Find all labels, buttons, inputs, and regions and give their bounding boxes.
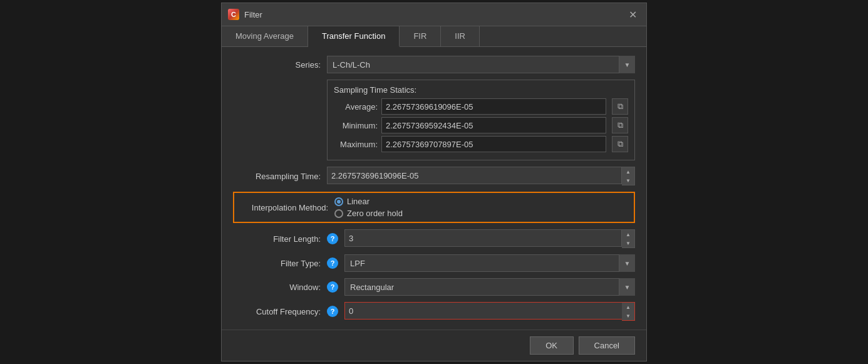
tab-iir[interactable]: IIR — [441, 26, 480, 46]
filter-length-row: Filter Length: ? ▲ ▼ — [233, 229, 635, 248]
window-select-wrap: Rectangular ▼ — [344, 278, 635, 296]
dialog-content: Series: L-Ch/L-Ch ▼ Sampling Time Static… — [222, 47, 646, 330]
interpolation-zero-order-row[interactable]: Zero order hold — [334, 209, 403, 218]
minimum-value[interactable] — [381, 117, 606, 133]
dialog-footer: OK Cancel — [222, 330, 646, 361]
app-icon: C — [228, 9, 239, 20]
resampling-input-wrap: ▲ ▼ — [327, 167, 635, 185]
maximum-copy-button[interactable]: ⧉ — [612, 136, 628, 152]
filter-type-label: Filter Type: — [233, 259, 321, 268]
interpolation-section: Interpolation Method: Linear Zero order … — [233, 192, 635, 223]
cutoff-frequency-spinner-down[interactable]: ▼ — [622, 311, 634, 320]
tab-transfer-function[interactable]: Transfer Function — [308, 26, 400, 47]
resampling-spinner: ▲ ▼ — [622, 167, 635, 185]
series-select[interactable]: L-Ch/L-Ch — [327, 56, 635, 73]
resampling-spinner-down[interactable]: ▼ — [622, 176, 634, 185]
minimum-value-wrap — [381, 117, 606, 133]
average-value[interactable] — [381, 98, 606, 115]
filter-type-help-icon[interactable]: ? — [327, 257, 338, 269]
cancel-button[interactable]: Cancel — [579, 336, 635, 355]
resampling-row: Resampling Time: ▲ ▼ — [233, 167, 635, 185]
sampling-maximum-row: Maximum: ⧉ — [334, 136, 628, 152]
interpolation-linear-radio[interactable] — [334, 197, 343, 206]
filter-length-label: Filter Length: — [233, 234, 321, 244]
cutoff-frequency-row: Cutoff Frequency: ? ▲ ▼ — [233, 302, 635, 321]
filter-type-row: Filter Type: ? LPF ▼ — [233, 254, 635, 272]
cutoff-frequency-input[interactable] — [344, 302, 622, 320]
tab-moving-average[interactable]: Moving Average — [222, 26, 308, 46]
series-label: Series: — [233, 60, 321, 70]
sampling-minimum-row: Minimum: ⧉ — [334, 117, 628, 133]
interpolation-radio-group: Linear Zero order hold — [334, 197, 403, 218]
filter-length-spinner-up[interactable]: ▲ — [622, 230, 634, 239]
minimum-label: Minimum: — [334, 121, 378, 130]
window-select[interactable]: Rectangular — [344, 278, 635, 296]
average-value-wrap — [381, 98, 606, 115]
interpolation-zero-order-radio[interactable] — [334, 209, 343, 218]
resampling-label: Resampling Time: — [233, 172, 321, 181]
filter-length-help-icon[interactable]: ? — [327, 233, 338, 244]
series-row: Series: L-Ch/L-Ch ▼ — [233, 56, 635, 73]
filter-length-input[interactable] — [344, 229, 622, 247]
dialog-title: Filter — [244, 10, 620, 19]
interpolation-linear-row[interactable]: Linear — [334, 197, 403, 206]
average-label: Average: — [334, 102, 378, 112]
sampling-average-row: Average: ⧉ — [334, 98, 628, 115]
close-button[interactable]: ✕ — [625, 7, 640, 22]
window-help-icon[interactable]: ? — [327, 281, 338, 293]
resampling-spinner-up[interactable]: ▲ — [622, 167, 634, 176]
cutoff-frequency-help-icon[interactable]: ? — [327, 306, 338, 317]
window-row: Window: ? Rectangular ▼ — [233, 278, 635, 296]
filter-type-select[interactable]: LPF — [344, 254, 635, 272]
title-bar: C Filter ✕ — [222, 3, 646, 26]
cutoff-frequency-spinner: ▲ ▼ — [622, 302, 635, 321]
maximum-value-wrap — [381, 136, 606, 152]
resampling-input[interactable] — [327, 167, 622, 184]
filter-length-input-wrap: ▲ ▼ — [344, 229, 635, 248]
tab-fir[interactable]: FIR — [400, 26, 441, 46]
interpolation-label: Interpolation Method: — [240, 203, 328, 212]
maximum-value[interactable] — [381, 136, 606, 152]
filter-length-spinner-down[interactable]: ▼ — [622, 239, 634, 247]
cutoff-frequency-input-wrap: ▲ ▼ — [344, 302, 635, 321]
interpolation-linear-label: Linear — [347, 197, 369, 206]
minimum-copy-button[interactable]: ⧉ — [612, 117, 628, 133]
window-label: Window: — [233, 283, 321, 292]
ok-button[interactable]: OK — [530, 336, 574, 355]
interpolation-zero-order-label: Zero order hold — [347, 209, 403, 218]
sampling-section: Sampling Time Statics: Average: ⧉ Minimu… — [327, 80, 635, 160]
filter-dialog: C Filter ✕ Moving Average Transfer Funct… — [221, 3, 647, 361]
tab-bar: Moving Average Transfer Function FIR IIR — [222, 26, 646, 47]
filter-length-spinner: ▲ ▼ — [622, 229, 635, 248]
series-select-wrap: L-Ch/L-Ch ▼ — [327, 56, 635, 73]
maximum-label: Maximum: — [334, 140, 378, 149]
sampling-title: Sampling Time Statics: — [334, 85, 628, 95]
filter-type-select-wrap: LPF ▼ — [344, 254, 635, 272]
cutoff-frequency-spinner-up[interactable]: ▲ — [622, 303, 634, 311]
average-copy-button[interactable]: ⧉ — [612, 98, 628, 115]
cutoff-frequency-label: Cutoff Frequency: — [233, 307, 321, 316]
